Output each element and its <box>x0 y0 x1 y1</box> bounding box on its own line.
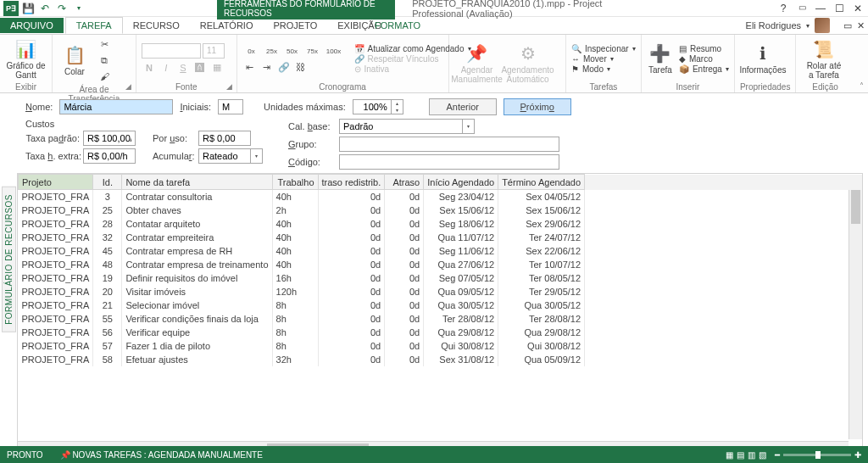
cell-redistrib[interactable]: 0d <box>318 217 385 231</box>
cell-nome[interactable]: Visitar imóveis <box>122 285 272 298</box>
inspect-button[interactable]: 🔍Inspecionar▾ <box>571 44 636 53</box>
cell-projeto[interactable]: PROJETO_FRA <box>19 298 93 312</box>
col-projeto[interactable]: Projeto <box>19 175 93 190</box>
user-name[interactable]: Eli Rodrigues <box>746 20 801 31</box>
table-row[interactable]: PROJETO_FRA32Contratar empreiteira40h0d0… <box>19 231 862 244</box>
cell-projeto[interactable]: PROJETO_FRA <box>19 353 93 366</box>
cell-trabalho[interactable]: 8h <box>272 298 318 312</box>
cell-nome[interactable]: Verificar condições finais da loja <box>122 312 272 326</box>
cell-inicio[interactable]: Qua 27/06/12 <box>424 258 498 271</box>
cell-termino[interactable]: Ter 28/08/12 <box>498 312 585 326</box>
cell-redistrib[interactable]: 0d <box>318 326 385 339</box>
cell-inicio[interactable]: Seg 11/06/12 <box>424 244 498 258</box>
col-redistrib[interactable]: traso redistrib. <box>318 175 385 190</box>
cell-redistrib[interactable]: 0d <box>318 190 385 204</box>
file-tab[interactable]: ARQUIVO <box>0 18 64 33</box>
cell-nome[interactable]: Selecionar imóvel <box>122 298 272 312</box>
cell-nome[interactable]: Contratar consultoria <box>122 190 272 204</box>
link-icon[interactable]: 🔗 <box>276 59 292 75</box>
move-button[interactable]: ↔Mover▾ <box>571 54 636 64</box>
cell-trabalho[interactable]: 40h <box>272 217 318 231</box>
cell-atraso[interactable]: 0d <box>385 339 424 353</box>
cell-id[interactable]: 57 <box>93 339 122 353</box>
group-input[interactable] <box>339 137 559 152</box>
cell-trabalho[interactable]: 32h <box>272 353 318 366</box>
indent-icon[interactable]: ⇥ <box>259 59 275 75</box>
copy-icon[interactable]: ⧉ <box>97 53 112 68</box>
previous-button[interactable]: Anterior <box>429 98 497 115</box>
schedule-manually-button[interactable]: 📌 Agendar Manualmente <box>454 43 500 84</box>
cell-termino[interactable]: Ter 10/07/12 <box>498 258 585 271</box>
table-row[interactable]: PROJETO_FRA28Contatar arquiteto40h0d0dSe… <box>19 217 862 231</box>
cell-id[interactable]: 20 <box>93 285 122 298</box>
cell-projeto[interactable]: PROJETO_FRA <box>19 231 93 244</box>
cell-atraso[interactable]: 0d <box>385 298 424 312</box>
font-name-combo[interactable] <box>142 43 201 59</box>
table-row[interactable]: PROJETO_FRA20Visitar imóveis120h0d0dQua … <box>19 285 862 298</box>
bold-button[interactable]: N <box>142 60 157 75</box>
cell-atraso[interactable]: 0d <box>385 353 424 366</box>
italic-button[interactable]: I <box>159 60 174 75</box>
vertical-scrollbar[interactable] <box>849 190 862 439</box>
cell-id[interactable]: 19 <box>93 271 122 285</box>
minimize-icon[interactable]: — <box>814 3 827 14</box>
per-use-input[interactable] <box>198 131 251 146</box>
pct75-icon[interactable]: 75x <box>303 43 322 59</box>
cell-inicio[interactable]: Sex 31/08/12 <box>424 353 498 366</box>
cell-projeto[interactable]: PROJETO_FRA <box>19 204 93 217</box>
mode-button[interactable]: ⚑Modo▾ <box>571 64 636 74</box>
undo-icon[interactable]: ↶ <box>37 1 53 16</box>
cell-redistrib[interactable]: 0d <box>318 271 385 285</box>
cell-inicio[interactable]: Qui 30/08/12 <box>424 339 498 353</box>
accrue-combo[interactable] <box>198 148 251 164</box>
cell-projeto[interactable]: PROJETO_FRA <box>19 326 93 339</box>
cell-projeto[interactable]: PROJETO_FRA <box>19 258 93 271</box>
cell-nome[interactable]: Contratar empreiteira <box>122 231 272 244</box>
cell-termino[interactable]: Sex 22/06/12 <box>498 244 585 258</box>
accrue-dropdown-icon[interactable]: ▾ <box>251 148 263 164</box>
cell-redistrib[interactable]: 0d <box>318 353 385 366</box>
std-rate-input[interactable] <box>83 131 136 146</box>
view-side-label[interactable]: FORMULÁRIO DE RECURSOS <box>2 187 16 332</box>
pct50-icon[interactable]: 50x <box>283 43 302 59</box>
cell-nome[interactable]: Efetuar ajustes <box>122 353 272 366</box>
cell-nome[interactable]: Contratar empresa de treinamento <box>122 258 272 271</box>
col-atraso[interactable]: Atraso <box>385 175 424 190</box>
cell-trabalho[interactable]: 2h <box>272 204 318 217</box>
cell-atraso[interactable]: 0d <box>385 244 424 258</box>
qat-dropdown-icon[interactable]: ▾ <box>71 1 86 16</box>
cell-atraso[interactable]: 0d <box>385 271 424 285</box>
col-inicio[interactable]: Início Agendado <box>424 175 498 190</box>
font-color-icon[interactable]: 🅰 <box>192 60 208 75</box>
cell-redistrib[interactable]: 0d <box>318 312 385 326</box>
view-shortcut-1-icon[interactable]: ▦ <box>726 450 733 460</box>
milestone-button[interactable]: ◆Marco <box>679 54 729 64</box>
cell-projeto[interactable]: PROJETO_FRA <box>19 285 93 298</box>
code-input[interactable] <box>339 154 559 170</box>
cell-id[interactable]: 21 <box>93 298 122 312</box>
cell-nome[interactable]: Contatar arquiteto <box>122 217 272 231</box>
cell-projeto[interactable]: PROJETO_FRA <box>19 190 93 204</box>
cell-id[interactable]: 3 <box>93 190 122 204</box>
cell-nome[interactable]: Obter chaves <box>122 204 272 217</box>
zoom-out-icon[interactable]: ━ <box>775 450 780 460</box>
table-row[interactable]: PROJETO_FRA48Contratar empresa de treina… <box>19 258 862 271</box>
cell-inicio[interactable]: Ter 28/08/12 <box>424 312 498 326</box>
unlink-icon[interactable]: ⛓ <box>293 59 309 75</box>
cell-id[interactable]: 55 <box>93 312 122 326</box>
max-units-spinner[interactable]: ▴▾ <box>392 99 403 114</box>
cell-atraso[interactable]: 0d <box>385 258 424 271</box>
cell-inicio[interactable]: Seg 23/04/12 <box>424 190 498 204</box>
cell-nome[interactable]: Definir requisitos do imóvel <box>122 271 272 285</box>
cell-atraso[interactable]: 0d <box>385 285 424 298</box>
view-shortcut-4-icon[interactable]: ▧ <box>759 450 766 460</box>
cell-projeto[interactable]: PROJETO_FRA <box>19 217 93 231</box>
cell-redistrib[interactable]: 0d <box>318 258 385 271</box>
cell-id[interactable]: 28 <box>93 217 122 231</box>
cell-trabalho[interactable]: 40h <box>272 231 318 244</box>
tab-formato[interactable]: FORMATO <box>364 18 431 33</box>
cell-atraso[interactable]: 0d <box>385 190 424 204</box>
help-icon[interactable]: ? <box>776 3 790 14</box>
view-shortcut-3-icon[interactable]: ▥ <box>748 450 755 460</box>
redo-icon[interactable]: ↷ <box>54 1 70 16</box>
